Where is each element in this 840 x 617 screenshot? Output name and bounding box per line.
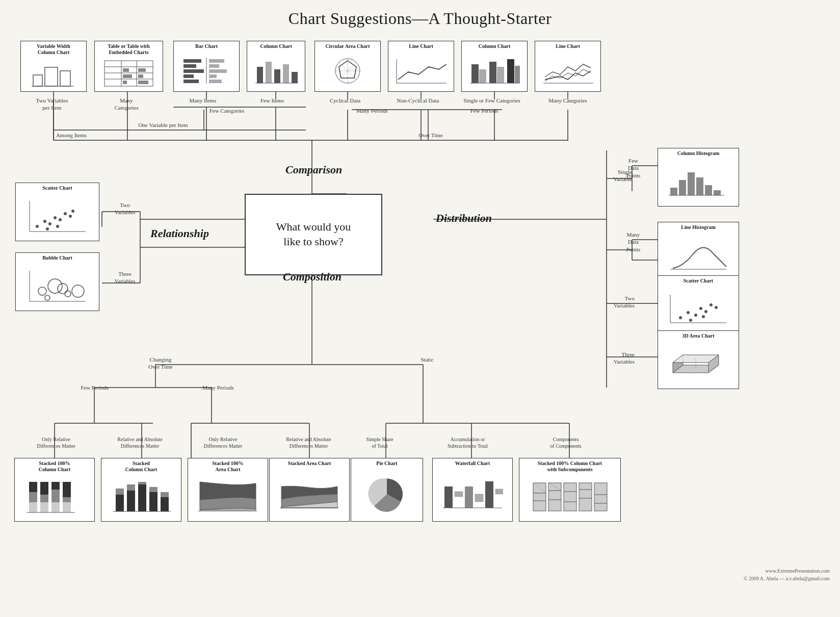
- svg-rect-165: [63, 497, 71, 502]
- label-two-vars-rel: TwoVariables: [102, 201, 148, 216]
- chart-stacked-100-sub-title: Stacked 100% Column Chartwith Subcompone…: [538, 460, 602, 473]
- svg-rect-74: [138, 68, 146, 72]
- svg-rect-79: [183, 69, 204, 73]
- chart-bubble-left-title: Bubble Chart: [42, 255, 72, 261]
- svg-point-117: [46, 227, 49, 230]
- chart-stacked-100-col: Stacked 100%Column Chart: [14, 458, 95, 522]
- chart-table-title: Table or Table withEmbedded Charts: [108, 43, 150, 56]
- svg-rect-198: [579, 483, 592, 511]
- chart-var-width: Variable WidthColumn Chart: [20, 41, 87, 92]
- label-accumulation: Accumulation orSubtraction to Total: [426, 436, 510, 449]
- svg-rect-73: [123, 81, 127, 84]
- label-two-vars-dist: TwoVariables: [589, 295, 635, 310]
- svg-rect-162: [51, 490, 60, 502]
- svg-rect-173: [138, 482, 146, 484]
- svg-rect-155: [29, 482, 37, 492]
- svg-point-115: [64, 212, 67, 215]
- svg-rect-157: [29, 502, 37, 512]
- svg-rect-133: [696, 177, 703, 195]
- label-static: Static: [412, 356, 442, 363]
- label-single-few-cats: Single or Few Categories: [456, 97, 528, 104]
- label-two-vars: Two Variablesper Item: [21, 97, 83, 112]
- chart-var-width-title: Variable WidthColumn Chart: [37, 43, 70, 56]
- svg-rect-132: [688, 172, 695, 195]
- label-among-items: Among Items: [38, 132, 104, 139]
- svg-point-138: [679, 316, 682, 319]
- svg-point-145: [689, 319, 692, 322]
- svg-rect-159: [40, 495, 48, 502]
- svg-rect-161: [51, 482, 60, 490]
- svg-rect-175: [149, 487, 158, 492]
- svg-rect-182: [444, 486, 453, 508]
- svg-rect-131: [679, 180, 686, 195]
- label-many-data-pts: ManyDataPoints: [614, 231, 652, 253]
- svg-point-123: [48, 279, 62, 293]
- diagram-area: Chart Suggestions—A Thought-Starter: [0, 0, 840, 586]
- chart-stacked-col: StackedColumn Chart: [101, 458, 181, 522]
- svg-rect-184: [465, 486, 473, 508]
- svg-rect-177: [161, 492, 169, 497]
- label-only-rel-1: Only RelativeDifferences Matter: [15, 436, 97, 449]
- svg-rect-187: [495, 489, 503, 494]
- svg-rect-91: [283, 64, 289, 83]
- chart-line-histogram-title: Line Histogram: [681, 224, 716, 230]
- svg-rect-172: [138, 484, 146, 511]
- svg-rect-75: [138, 74, 143, 78]
- svg-rect-83: [209, 64, 219, 68]
- chart-column-2-title: Column Chart: [479, 43, 511, 49]
- svg-rect-171: [127, 484, 135, 491]
- svg-rect-76: [138, 81, 148, 84]
- center-question-box: What would youlike to show?: [245, 194, 382, 275]
- svg-point-124: [65, 291, 71, 297]
- label-changing-over-time: ChangingOver Time: [135, 356, 186, 371]
- chart-stacked-100-area-title: Stacked 100%Area Chart: [212, 460, 243, 473]
- svg-rect-107: [515, 66, 520, 83]
- svg-rect-88: [257, 67, 263, 83]
- label-composition: Composition: [283, 270, 342, 284]
- svg-point-111: [43, 220, 46, 223]
- svg-rect-63: [60, 71, 70, 86]
- chart-table-embedded: Table or Table withEmbedded Charts: [94, 41, 163, 92]
- chart-bar: Bar Chart: [173, 41, 240, 92]
- label-three-vars-rel: ThreeVariables: [102, 270, 148, 285]
- svg-point-127: [72, 285, 84, 297]
- svg-rect-90: [274, 69, 280, 83]
- svg-point-141: [699, 307, 702, 310]
- svg-point-146: [702, 315, 705, 318]
- chart-column-1-title: Column Chart: [260, 43, 292, 49]
- chart-scatter-left: Scatter Chart: [15, 183, 99, 241]
- svg-rect-201: [594, 483, 607, 511]
- label-only-rel-2: Only RelativeDifferences Matter: [181, 436, 265, 449]
- svg-rect-189: [533, 483, 546, 511]
- svg-rect-72: [123, 74, 132, 78]
- chart-pie: Pie Chart: [351, 458, 423, 522]
- chart-line-2: Line Chart: [535, 41, 601, 92]
- label-simple-share: Simple Shareof Total: [344, 436, 415, 449]
- label-comparison: Comparison: [285, 163, 342, 176]
- chart-pie-title: Pie Chart: [376, 460, 397, 467]
- chart-line-1-title: Line Chart: [409, 43, 433, 49]
- chart-waterfall-title: Waterfall Chart: [455, 460, 490, 467]
- chart-column-2: Column Chart: [461, 41, 528, 92]
- label-one-var: One Variable per Item: [112, 121, 214, 128]
- svg-rect-160: [40, 502, 48, 512]
- svg-rect-106: [507, 59, 514, 83]
- chart-column-1: Column Chart: [247, 41, 305, 92]
- chart-line-histogram: Line Histogram: [658, 222, 739, 280]
- svg-point-144: [715, 306, 718, 309]
- svg-rect-84: [209, 69, 227, 73]
- label-many-cats-2: Many Categories: [535, 97, 601, 104]
- svg-rect-170: [127, 491, 135, 511]
- chart-3d-area-title: 3D Area Chart: [682, 333, 714, 339]
- label-distribution: Distribution: [436, 212, 492, 225]
- chart-stacked-area: Stacked Area Chart: [269, 458, 350, 522]
- center-question-text: What would youlike to show?: [276, 220, 351, 249]
- svg-point-119: [71, 210, 74, 213]
- chart-3d-area: 3D Area Chart: [658, 330, 739, 389]
- label-components: Componentsof Components: [515, 436, 617, 449]
- svg-rect-78: [183, 64, 196, 68]
- svg-rect-166: [63, 502, 71, 512]
- svg-rect-61: [33, 75, 42, 86]
- svg-rect-134: [705, 185, 712, 195]
- label-three-vars-dist: ThreeVariables: [589, 351, 635, 366]
